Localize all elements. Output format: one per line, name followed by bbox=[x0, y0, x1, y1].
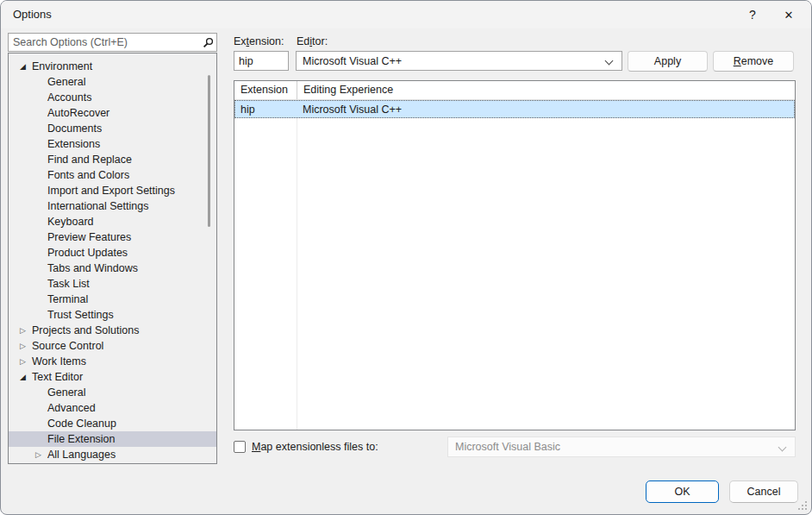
tree-item-label: AutoRecover bbox=[47, 105, 109, 121]
tree-item-source-control[interactable]: ▷Source Control bbox=[9, 338, 216, 354]
tree-item-autorecover[interactable]: AutoRecover bbox=[9, 105, 216, 121]
tree-item-extensions[interactable]: Extensions bbox=[9, 136, 216, 152]
close-icon: ✕ bbox=[784, 9, 794, 22]
tree-item-label: Accounts bbox=[47, 90, 91, 105]
table-row[interactable]: hipMicrosoft Visual C++ bbox=[234, 100, 795, 118]
tree-item-label: Keyboard bbox=[47, 214, 94, 229]
help-button[interactable]: ? bbox=[735, 1, 770, 28]
tree-item-general[interactable]: General bbox=[9, 385, 216, 400]
editor-dropdown-value: Microsoft Visual C++ bbox=[303, 55, 402, 67]
resize-grip[interactable] bbox=[798, 501, 807, 510]
close-button[interactable]: ✕ bbox=[771, 1, 806, 28]
tree-item-text-editor[interactable]: ◢Text Editor bbox=[9, 369, 216, 385]
tree-item-label: Fonts and Colors bbox=[47, 167, 129, 183]
tree-item-label: Tabs and Windows bbox=[47, 261, 138, 276]
tree-item-general[interactable]: General bbox=[9, 74, 216, 90]
expand-tree-icon[interactable]: ▷ bbox=[20, 338, 32, 354]
map-extensionless-checkbox[interactable] bbox=[234, 441, 246, 453]
expand-tree-icon[interactable]: ▷ bbox=[20, 323, 32, 338]
editor-dropdown[interactable]: Microsoft Visual C++ bbox=[296, 51, 622, 71]
tree-item-label: Trust Settings bbox=[47, 307, 114, 323]
extension-table: Extension Editing Experience hipMicrosof… bbox=[234, 80, 796, 430]
chevron-down-icon bbox=[778, 443, 787, 452]
tree-item-label: Work Items bbox=[32, 354, 86, 369]
tree-item-fonts-and-colors[interactable]: Fonts and Colors bbox=[9, 167, 216, 183]
table-body: hipMicrosoft Visual C++ bbox=[234, 100, 795, 430]
tree-item-label: Text Editor bbox=[32, 369, 83, 385]
tree-item-label: General bbox=[47, 74, 85, 90]
editor-label: Editor: bbox=[297, 35, 328, 47]
options-dialog: Options ? ✕ ◢EnvironmentGeneralAccountsA… bbox=[0, 0, 812, 515]
extension-label: Extension: bbox=[234, 35, 284, 47]
column-header-extension: Extension bbox=[234, 81, 297, 99]
tree-item-label: International Settings bbox=[47, 198, 148, 214]
expand-tree-icon[interactable]: ▷ bbox=[35, 447, 47, 462]
tree-item-task-list[interactable]: Task List bbox=[9, 276, 216, 292]
tree-item-tabs-and-windows[interactable]: Tabs and Windows bbox=[9, 261, 216, 276]
options-tree: ◢EnvironmentGeneralAccountsAutoRecoverDo… bbox=[8, 53, 217, 464]
tree-item-label: Find and Replace bbox=[47, 152, 132, 167]
map-extensionless-dropdown-value: Microsoft Visual Basic bbox=[455, 441, 560, 453]
expand-tree-icon[interactable]: ▷ bbox=[20, 354, 32, 369]
tree-item-documents[interactable]: Documents bbox=[9, 121, 216, 136]
cancel-button[interactable]: Cancel bbox=[729, 480, 798, 503]
search-icon bbox=[199, 34, 216, 51]
table-header: Extension Editing Experience bbox=[234, 81, 795, 100]
column-header-editing-experience: Editing Experience bbox=[297, 81, 795, 99]
tree-item-accounts[interactable]: Accounts bbox=[9, 90, 216, 105]
tree-item-environment[interactable]: ◢Environment bbox=[9, 59, 216, 74]
tree-item-label: Code Cleanup bbox=[47, 416, 116, 431]
title-bar: Options ? ✕ bbox=[1, 1, 811, 28]
search-box bbox=[8, 33, 217, 52]
tree-item-label: Environment bbox=[32, 59, 92, 74]
tree-item-all-languages[interactable]: ▷All Languages bbox=[9, 447, 216, 462]
tree-item-find-and-replace[interactable]: Find and Replace bbox=[9, 152, 216, 167]
tree-item-label: Source Control bbox=[32, 338, 103, 354]
collapse-tree-icon[interactable]: ◢ bbox=[20, 369, 32, 385]
search-input[interactable] bbox=[9, 36, 199, 48]
tree-item-label: Product Updates bbox=[47, 245, 128, 261]
tree-item-label: Import and Export Settings bbox=[47, 183, 175, 198]
tree-item-label: File Extension bbox=[47, 431, 116, 447]
tree-item-label: Extensions bbox=[47, 136, 100, 152]
tree-item-work-items[interactable]: ▷Work Items bbox=[9, 354, 216, 369]
chevron-down-icon bbox=[605, 57, 614, 66]
tree-item-import-and-export-settings[interactable]: Import and Export Settings bbox=[9, 183, 216, 198]
tree-item-keyboard[interactable]: Keyboard bbox=[9, 214, 216, 229]
tree-item-terminal[interactable]: Terminal bbox=[9, 292, 216, 307]
column-divider bbox=[297, 100, 297, 430]
remove-button[interactable]: Remove bbox=[713, 51, 794, 72]
help-icon: ? bbox=[749, 8, 756, 22]
tree-item-label: Documents bbox=[47, 121, 102, 136]
tree-item-label: Preview Features bbox=[47, 229, 131, 245]
ok-button[interactable]: OK bbox=[646, 480, 719, 503]
tree-item-preview-features[interactable]: Preview Features bbox=[9, 229, 216, 245]
tree-item-product-updates[interactable]: Product Updates bbox=[9, 245, 216, 261]
window-title: Options bbox=[13, 8, 52, 21]
extension-input[interactable] bbox=[234, 51, 289, 71]
cell-extension: hip bbox=[234, 104, 297, 116]
tree-item-label: Terminal bbox=[47, 292, 88, 307]
tree-item-label: Task List bbox=[47, 276, 90, 292]
tree-item-code-cleanup[interactable]: Code Cleanup bbox=[9, 416, 216, 431]
tree-item-label: All Languages bbox=[47, 447, 116, 462]
tree-item-file-extension[interactable]: File Extension bbox=[9, 431, 216, 447]
tree-item-projects-and-solutions[interactable]: ▷Projects and Solutions bbox=[9, 323, 216, 338]
map-extensionless-label: Map extensionless files to: bbox=[252, 441, 378, 453]
apply-button[interactable]: Apply bbox=[628, 51, 708, 72]
cell-editing-experience: Microsoft Visual C++ bbox=[297, 104, 795, 116]
tree-item-trust-settings[interactable]: Trust Settings bbox=[9, 307, 216, 323]
tree-item-advanced[interactable]: Advanced bbox=[9, 400, 216, 416]
tree-item-international-settings[interactable]: International Settings bbox=[9, 198, 216, 214]
tree-item-label: General bbox=[47, 385, 85, 400]
collapse-tree-icon[interactable]: ◢ bbox=[20, 59, 32, 74]
tree-item-label: Projects and Solutions bbox=[32, 323, 139, 338]
map-extensionless-dropdown: Microsoft Visual Basic bbox=[447, 436, 796, 457]
tree-item-label: Advanced bbox=[47, 400, 96, 416]
